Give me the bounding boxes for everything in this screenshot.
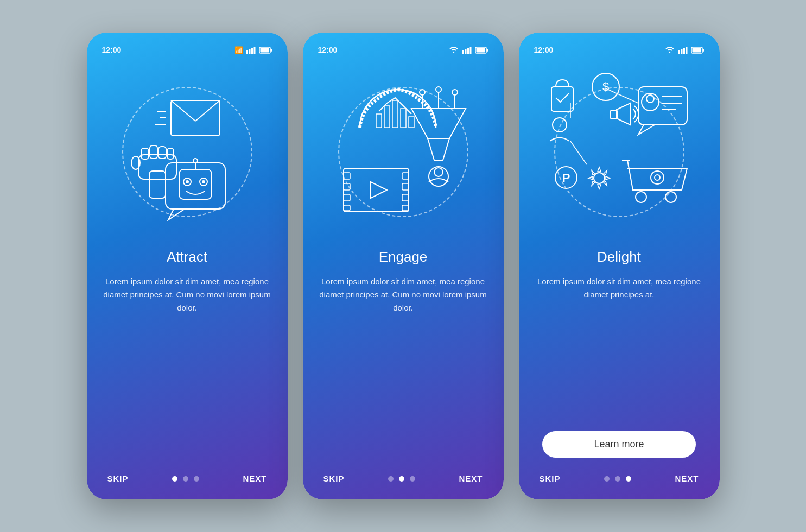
svg-rect-64: [686, 47, 687, 54]
status-bar-2: 12:00: [318, 46, 488, 54]
svg-rect-52: [344, 173, 350, 179]
delight-title: Delight: [597, 249, 641, 265]
dots-2: [388, 476, 415, 482]
svg-point-71: [553, 118, 567, 132]
dot-1-2: [183, 476, 188, 482]
dot-1-3: [194, 476, 199, 482]
svg-rect-18: [167, 148, 174, 159]
svg-text:P: P: [562, 171, 570, 185]
svg-line-90: [570, 141, 587, 164]
svg-point-50: [434, 168, 443, 176]
dot-2-2: [399, 476, 404, 482]
svg-rect-36: [376, 114, 382, 128]
phone-screen-attract: 12:00 📶: [87, 33, 288, 499]
dot-3-3: [626, 476, 631, 482]
dot-3-2: [615, 476, 620, 482]
next-button-2[interactable]: NEXT: [459, 474, 483, 483]
svg-text:$: $: [602, 80, 608, 93]
wifi-icon-1: 📶: [234, 46, 243, 54]
status-time-3: 12:00: [534, 46, 554, 54]
illustration-delight: $: [538, 65, 701, 239]
svg-rect-31: [467, 48, 469, 54]
svg-rect-39: [401, 109, 406, 128]
svg-rect-74: [638, 87, 687, 125]
svg-rect-0: [246, 50, 248, 54]
svg-rect-55: [344, 205, 350, 211]
svg-rect-67: [692, 48, 701, 52]
svg-rect-51: [344, 168, 409, 212]
dot-1-1: [172, 476, 177, 482]
svg-rect-13: [149, 171, 166, 198]
svg-rect-2: [251, 48, 253, 54]
status-icons-3: [664, 46, 705, 54]
svg-point-27: [186, 180, 189, 183]
signal-icon-1: [246, 47, 256, 54]
wifi-icon-3: [664, 46, 675, 54]
learn-more-button[interactable]: Learn more: [542, 431, 696, 458]
attract-svg: [111, 73, 263, 231]
status-icons-1: 📶: [234, 46, 272, 54]
dot-2-3: [410, 476, 415, 482]
svg-rect-53: [344, 183, 350, 190]
skip-button-3[interactable]: SKIP: [540, 474, 561, 483]
svg-rect-62: [681, 49, 682, 54]
svg-point-24: [193, 159, 198, 163]
svg-marker-60: [371, 182, 387, 198]
svg-point-83: [594, 173, 605, 183]
svg-rect-57: [402, 183, 409, 190]
illustration-attract: [106, 65, 269, 239]
svg-point-41: [420, 90, 425, 95]
svg-rect-38: [392, 100, 398, 128]
svg-rect-40: [409, 117, 414, 128]
svg-marker-21: [168, 209, 185, 220]
skip-button-2[interactable]: SKIP: [323, 474, 345, 483]
svg-rect-54: [344, 194, 350, 201]
svg-marker-80: [638, 125, 655, 135]
phone-screen-engage: 12:00: [303, 33, 504, 499]
svg-rect-6: [260, 48, 269, 52]
svg-rect-61: [678, 50, 680, 54]
dot-3-1: [604, 476, 610, 482]
svg-line-9: [195, 100, 220, 121]
battery-icon-3: [691, 47, 705, 54]
svg-point-86: [651, 171, 664, 184]
status-time-2: 12:00: [318, 46, 338, 54]
svg-rect-30: [465, 49, 466, 54]
svg-rect-16: [150, 145, 157, 159]
engage-body: Lorem ipsum dolor sit dim amet, mea regi…: [318, 275, 488, 463]
svg-rect-37: [384, 106, 390, 128]
svg-marker-72: [617, 103, 630, 125]
next-button-3[interactable]: NEXT: [675, 474, 699, 483]
nav-bar-1: SKIP NEXT: [102, 463, 272, 483]
svg-rect-5: [270, 49, 272, 52]
attract-body: Lorem ipsum dolor sit dim amet, mea regi…: [102, 275, 272, 463]
signal-icon-3: [678, 47, 688, 54]
svg-rect-32: [469, 47, 471, 54]
svg-rect-14: [138, 155, 176, 179]
engage-title: Engage: [379, 249, 428, 265]
svg-rect-59: [402, 205, 409, 211]
svg-rect-34: [486, 49, 488, 52]
svg-rect-56: [402, 173, 409, 179]
nav-bar-2: SKIP NEXT: [318, 463, 488, 483]
battery-icon-1: [259, 47, 272, 54]
svg-point-43: [436, 87, 441, 92]
status-time-1: 12:00: [102, 46, 122, 54]
svg-rect-58: [402, 194, 409, 201]
svg-point-84: [636, 192, 646, 202]
status-bar-3: 12:00: [534, 46, 705, 54]
delight-body: Lorem ipsum dolor sit dim amet, mea regi…: [534, 275, 705, 420]
svg-point-87: [655, 175, 660, 180]
svg-marker-48: [428, 138, 449, 160]
dots-1: [172, 476, 199, 482]
nav-bar-3: SKIP NEXT: [534, 463, 705, 483]
svg-rect-66: [702, 49, 704, 52]
svg-rect-68: [551, 87, 573, 111]
next-button-1[interactable]: NEXT: [243, 474, 266, 483]
illustration-engage: [322, 65, 485, 239]
skip-button-1[interactable]: SKIP: [107, 474, 129, 483]
svg-rect-63: [683, 48, 685, 54]
svg-rect-35: [476, 48, 485, 52]
engage-svg: [327, 73, 479, 231]
svg-rect-3: [253, 47, 255, 54]
